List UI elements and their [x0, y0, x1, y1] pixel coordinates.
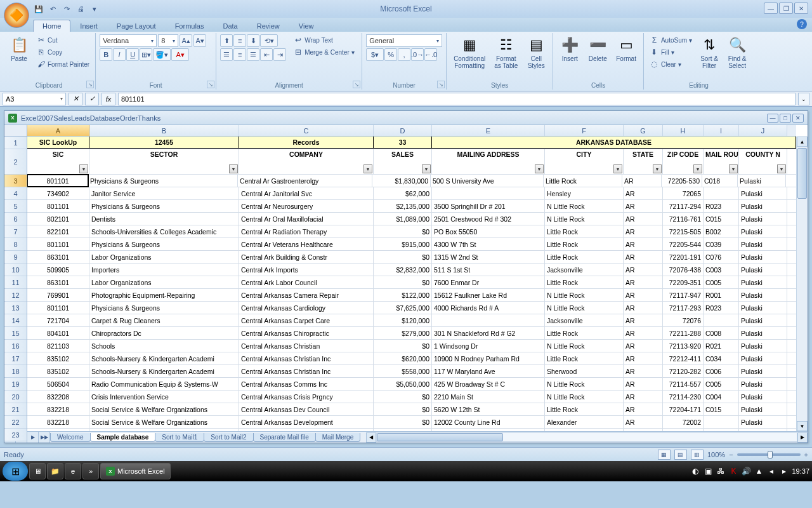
cell[interactable]: AR [624, 340, 663, 352]
qat-print-button[interactable]: 🖨 [75, 3, 86, 15]
cell[interactable]: AR [624, 225, 663, 237]
cell[interactable]: Physicians & Surgeons [88, 175, 238, 187]
cell[interactable]: Alexander [545, 416, 624, 428]
filter-button[interactable]: ▼ [729, 164, 738, 173]
autosum-button[interactable]: ΣAutoSum ▾ [648, 34, 694, 46]
number-format-combo[interactable]: General▾ [366, 34, 442, 47]
cell[interactable]: 425 W Broadway St # C [432, 378, 545, 390]
fill-button[interactable]: ⬇Fill ▾ [648, 46, 694, 58]
orientation-button[interactable]: ⟲▾ [260, 34, 278, 47]
cell[interactable]: AR [624, 302, 663, 314]
cell[interactable]: Central Arkansas Christian Inc [239, 352, 374, 364]
font-name-combo[interactable]: Verdana▾ [100, 34, 157, 47]
sheet-tab-separate-mail-file[interactable]: Separate Mail file [253, 433, 316, 442]
cell[interactable]: 863101 [27, 251, 89, 263]
formula-input[interactable]: 801101 [118, 93, 796, 105]
cell[interactable]: Pulaski [739, 276, 787, 288]
row-header-8[interactable]: 8 [4, 238, 27, 251]
cell[interactable]: C004 [704, 391, 739, 403]
row-header-11[interactable]: 11 [4, 276, 27, 289]
cell[interactable]: 769901 [27, 289, 89, 301]
vscroll-thumb[interactable] [797, 148, 807, 199]
cell[interactable]: AR [624, 200, 663, 212]
row-header-7[interactable]: 7 [4, 225, 27, 238]
cell[interactable]: $0 [374, 340, 432, 352]
col-header-C[interactable]: C [239, 125, 374, 136]
cell[interactable]: Photographic Equipment-Repairing [89, 289, 239, 301]
cell[interactable]: Central Ar Oral Maxillofacial [239, 213, 374, 225]
cell[interactable]: N Little Rock [545, 340, 624, 352]
cell[interactable]: Pulaski [739, 378, 787, 390]
sheet-nav-next[interactable]: ▶ [27, 432, 39, 443]
cell[interactable]: Pulaski [739, 365, 787, 377]
cell-styles-button[interactable]: ▤Cell Styles [523, 34, 549, 71]
cell[interactable]: 72211-288 [663, 327, 704, 339]
sheet-tab-sample-database[interactable]: Sample database [90, 433, 156, 442]
cell[interactable]: 2501 Crestwood Rd # 302 [432, 213, 545, 225]
cell[interactable]: Little Rock [545, 327, 624, 339]
row-header-9[interactable]: 9 [4, 251, 27, 264]
cell[interactable] [704, 187, 739, 199]
cell[interactable]: AR [622, 175, 662, 187]
cells-area[interactable]: SIC LookUp12455Records33ARKANSAS DATABAS… [27, 137, 796, 431]
cell[interactable]: Pulaski [739, 352, 787, 364]
find-select-button[interactable]: 🔍Find & Select [724, 34, 750, 71]
cell[interactable]: 72117-293 [663, 302, 704, 314]
cell[interactable]: 72201-191 [663, 251, 704, 263]
tray-icon[interactable]: ◂ [766, 466, 776, 476]
vertical-scrollbar[interactable]: ▲ ▼ [796, 137, 808, 431]
cell[interactable]: 801101 [27, 238, 89, 250]
cell[interactable]: Dentists [89, 213, 239, 225]
cell[interactable]: 72117-294 [663, 200, 704, 212]
decrease-indent-button[interactable]: ⇤ [260, 48, 273, 61]
cell[interactable]: 863101 [27, 276, 89, 288]
tray-volume-icon[interactable]: 🔊 [741, 466, 751, 476]
cell[interactable]: Schools-Nursery & Kindergarten Academi [89, 365, 239, 377]
cell[interactable]: AR [624, 251, 663, 263]
cell[interactable]: Physicians & Surgeons [89, 238, 239, 250]
tab-home[interactable]: Home [33, 20, 70, 32]
row-header-16[interactable]: 16 [4, 340, 27, 352]
page-break-view-button[interactable]: ▥ [691, 450, 704, 460]
tray-icon[interactable]: ▣ [703, 466, 713, 476]
cell[interactable]: AR [624, 403, 663, 415]
copy-button[interactable]: ⎘Copy [34, 46, 91, 58]
cell[interactable]: Pulaski [739, 403, 787, 415]
cell[interactable]: N Little Rock [545, 289, 624, 301]
align-right-button[interactable]: ☰ [247, 48, 259, 61]
cell[interactable]: Pulaski [739, 289, 787, 301]
filter-button[interactable]: ▼ [422, 164, 431, 173]
col-header-G[interactable]: G [624, 125, 663, 136]
col-header-B[interactable]: B [89, 125, 239, 136]
shrink-font-button[interactable]: A▾ [193, 34, 206, 47]
cell[interactable]: Little Rock [545, 225, 624, 237]
tab-formulas[interactable]: Formulas [166, 20, 214, 32]
row-header-1[interactable]: 1 [4, 137, 27, 149]
name-box[interactable]: A3▾ [3, 93, 66, 105]
cell[interactable]: 12002 County Line Rd [432, 416, 545, 428]
row-header-6[interactable]: 6 [4, 213, 27, 225]
cell[interactable]: Little Rock [545, 403, 624, 415]
cell[interactable]: Central Arkansas Chiropractic [239, 327, 374, 339]
cell[interactable]: C015 [704, 403, 739, 415]
qat-customize-button[interactable]: ▾ [89, 3, 100, 15]
increase-decimal-button[interactable]: .0→ [411, 48, 424, 61]
cell[interactable]: Central Ar Neurosurgery [239, 200, 374, 212]
tray-icon[interactable]: ◐ [690, 466, 700, 476]
cell[interactable]: $120,000 [374, 314, 432, 326]
border-button[interactable]: ⊞▾ [140, 48, 152, 61]
col-header-H[interactable]: H [663, 125, 704, 136]
clock[interactable]: 19:37 [792, 467, 809, 475]
filter-button[interactable]: ▼ [535, 164, 544, 173]
taskbar-excel-button[interactable]: XMicrosoft Excel [100, 463, 171, 479]
tab-view[interactable]: View [289, 20, 324, 32]
col-header-I[interactable]: I [704, 125, 739, 136]
delete-cells-button[interactable]: ➖Delete [585, 34, 610, 64]
cell[interactable]: $279,000 [374, 327, 432, 339]
row-header-15[interactable]: 15 [4, 327, 27, 340]
sort-filter-button[interactable]: ⇅Sort & Filter [697, 34, 722, 71]
select-all-corner[interactable] [4, 125, 27, 137]
cell[interactable]: C005 [704, 276, 739, 288]
cell[interactable]: R023 [704, 302, 739, 314]
cell[interactable]: Labor Organizations [89, 251, 239, 263]
